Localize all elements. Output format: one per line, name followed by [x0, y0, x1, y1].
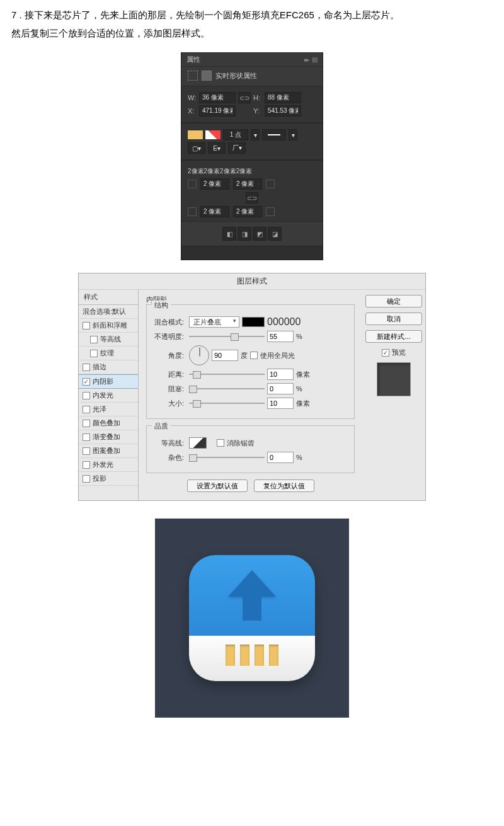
stroke-style-dropdown[interactable]: [262, 129, 286, 141]
choke-label: 阻塞:: [152, 384, 186, 394]
choke-field[interactable]: [267, 383, 294, 394]
style-texture[interactable]: 纹理: [79, 347, 138, 360]
contour-label: 等高线:: [152, 439, 186, 448]
noise-slider[interactable]: [189, 453, 265, 462]
x-field[interactable]: [199, 105, 236, 117]
link-wh-icon[interactable]: ⊂⊃: [238, 92, 251, 103]
panel-title: 属性: [186, 55, 200, 64]
hex-display: 000000: [267, 316, 301, 328]
style-satin[interactable]: 光泽: [79, 403, 138, 416]
contour-picker[interactable]: [189, 437, 207, 449]
blend-mode-select[interactable]: 正片叠底: [189, 316, 239, 328]
checkbox-inner-shadow[interactable]: ✓: [83, 378, 90, 386]
global-light-checkbox[interactable]: [250, 352, 258, 359]
corner-tr-icon[interactable]: [266, 180, 275, 188]
angle-dial[interactable]: [189, 345, 209, 365]
checkbox-contour[interactable]: [90, 336, 98, 343]
style-bevel[interactable]: 斜面和浮雕: [79, 319, 138, 333]
sd-card-icon: [189, 555, 315, 681]
y-field[interactable]: [265, 105, 301, 117]
chip-pin: [255, 645, 264, 666]
corner-tl-icon[interactable]: [188, 180, 197, 188]
join-dropdown[interactable]: 厂▾: [228, 142, 246, 154]
pathop-combine-icon[interactable]: ◧: [222, 227, 236, 241]
pixels-unit-2: 像素: [296, 399, 310, 408]
reset-default-button[interactable]: 复位为默认值: [254, 479, 314, 492]
corner-br-icon[interactable]: [266, 207, 275, 216]
size-label: 大小:: [152, 399, 186, 408]
opacity-slider[interactable]: [189, 332, 265, 341]
radius-tl[interactable]: [200, 178, 229, 190]
panel-subtitle: 实时形状属性: [215, 71, 257, 81]
style-contour-sub[interactable]: 等高线: [79, 333, 138, 347]
width-field[interactable]: [199, 92, 236, 103]
blend-options-item[interactable]: 混合选项:默认: [79, 305, 138, 319]
layer-style-dialog: 图层样式 样式 混合选项:默认 斜面和浮雕 等高线 纹理 描边 ✓内阴影 内发光…: [78, 273, 426, 501]
style-inner-shadow[interactable]: ✓内阴影: [79, 374, 138, 389]
distance-slider[interactable]: [189, 370, 265, 379]
instruction-text: 7 . 接下来是芯片了，先来上面的那层，先绘制一个圆角矩形填充EFC265，命名…: [0, 0, 504, 47]
noise-field[interactable]: [267, 452, 294, 463]
shape-icon[interactable]: [202, 71, 212, 81]
pathop-exclude-icon[interactable]: ◪: [268, 227, 282, 241]
cancel-button[interactable]: 取消: [365, 313, 422, 325]
chip-pin: [240, 645, 249, 666]
pathop-subtract-icon[interactable]: ◨: [238, 227, 251, 241]
height-field[interactable]: [265, 92, 301, 103]
checkbox-inner-glow[interactable]: [83, 392, 90, 399]
style-inner-glow[interactable]: 内发光: [79, 389, 138, 403]
ok-button[interactable]: 确定: [365, 295, 422, 307]
angle-field[interactable]: [212, 350, 238, 361]
make-default-button[interactable]: 设置为默认值: [187, 479, 248, 492]
dialog-title: 图层样式: [79, 273, 425, 290]
checkbox-texture[interactable]: [90, 350, 98, 357]
checkbox-stroke[interactable]: [83, 364, 90, 371]
link-radius-icon[interactable]: ⊂⊃: [246, 192, 258, 204]
style-main: 内阴影 结构 混合模式: 正片叠底 000000 不透明度: %: [139, 290, 362, 500]
stroke-dropdown-icon[interactable]: ▾: [251, 129, 260, 141]
choke-slider[interactable]: [189, 384, 265, 393]
cap-dropdown[interactable]: E▾: [208, 142, 226, 154]
stroke-swatch[interactable]: [205, 130, 220, 139]
size-slider[interactable]: [189, 399, 265, 408]
align-stroke-dropdown[interactable]: ▢▾: [188, 142, 205, 154]
size-field[interactable]: [267, 398, 294, 409]
distance-field[interactable]: [267, 369, 294, 380]
fill-swatch[interactable]: [188, 130, 203, 139]
checkbox-drop-shadow[interactable]: [83, 475, 90, 483]
color-swatch[interactable]: [242, 317, 265, 327]
stroke-style-arrow-icon[interactable]: ▾: [289, 129, 297, 141]
style-pattern-overlay[interactable]: 图案叠加: [79, 444, 138, 458]
sd-card-top: [189, 555, 315, 636]
quality-fieldset: 品质 等高线: 消除锯齿 杂色: %: [146, 425, 355, 473]
checkbox-satin[interactable]: [83, 406, 90, 413]
style-outer-glow[interactable]: 外发光: [79, 458, 138, 472]
checkbox-bevel[interactable]: [83, 322, 90, 330]
style-drop-shadow[interactable]: 投影: [79, 472, 138, 486]
checkbox-outer-glow[interactable]: [83, 461, 90, 469]
blend-mode-label: 混合模式:: [152, 318, 186, 327]
antialias-checkbox[interactable]: [217, 439, 224, 447]
radius-br[interactable]: [233, 206, 262, 217]
checkbox-pattern-overlay[interactable]: [83, 447, 90, 455]
checkbox-gradient-overlay[interactable]: [83, 433, 90, 441]
opacity-field[interactable]: [267, 331, 294, 342]
new-style-button[interactable]: 新建样式...: [365, 330, 422, 343]
structure-title: 结构: [152, 301, 171, 310]
global-light-label: 使用全局光: [260, 351, 295, 360]
noise-label: 杂色:: [152, 453, 186, 462]
structure-fieldset: 结构 混合模式: 正片叠底 000000 不透明度: %: [146, 304, 355, 419]
pathop-intersect-icon[interactable]: ◩: [253, 227, 266, 241]
style-gradient-overlay[interactable]: 渐变叠加: [79, 430, 138, 444]
radius-tr[interactable]: [233, 178, 262, 190]
style-stroke[interactable]: 描边: [79, 360, 138, 374]
collapse-arrows-icon[interactable]: ▸▸: [304, 56, 308, 63]
radius-bl[interactable]: [200, 206, 229, 217]
corner-bl-icon[interactable]: [188, 207, 197, 216]
stroke-width-field[interactable]: 1 点: [223, 129, 248, 141]
style-color-overlay[interactable]: 颜色叠加: [79, 416, 138, 430]
preview-checkbox[interactable]: ✓: [382, 349, 389, 357]
mask-icon[interactable]: [188, 71, 198, 81]
checkbox-color-overlay[interactable]: [83, 420, 90, 427]
panel-menu-icon[interactable]: ▤: [312, 56, 318, 63]
